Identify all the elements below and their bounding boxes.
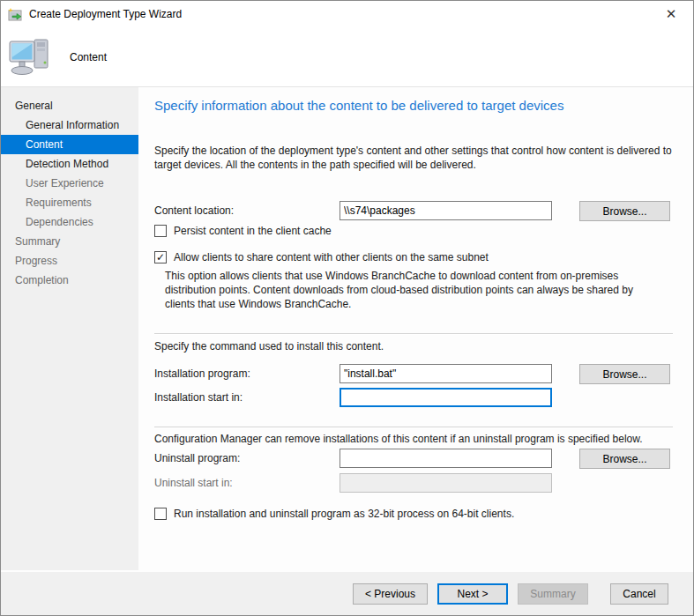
sidebar-item-content[interactable]: Content bbox=[1, 135, 138, 154]
content-location-browse-button[interactable]: Browse... bbox=[579, 201, 670, 221]
wizard-steps-sidebar: General General Information Content Dete… bbox=[1, 87, 140, 570]
wizard-footer: < Previous Next > Summary Cancel bbox=[1, 570, 693, 615]
section-divider bbox=[154, 427, 673, 428]
window-title: Create Deployment Type Wizard bbox=[29, 8, 182, 20]
close-icon[interactable]: ✕ bbox=[656, 3, 686, 26]
wizard-page-header: Content bbox=[1, 27, 693, 87]
share-content-checkbox[interactable]: ✓ bbox=[154, 251, 167, 263]
content-location-input[interactable] bbox=[340, 201, 552, 220]
sidebar-item-dependencies[interactable]: Dependencies bbox=[1, 212, 138, 232]
sidebar-item-general-information[interactable]: General Information bbox=[1, 115, 138, 135]
cancel-button[interactable]: Cancel bbox=[610, 583, 668, 605]
uninstall-caption: Configuration Manager can remove install… bbox=[154, 433, 643, 445]
uninstall-start-in-label: Uninstall start in: bbox=[154, 477, 340, 489]
install-command-caption: Specify the command used to install this… bbox=[154, 340, 384, 353]
wizard-window: Create Deployment Type Wizard ✕ Content … bbox=[0, 0, 694, 616]
uninstall-program-label: Uninstall program: bbox=[154, 452, 340, 464]
wizard-page-content: Specify information about the content to… bbox=[140, 87, 693, 570]
installation-program-label: Installation program: bbox=[154, 367, 340, 380]
summary-button: Summary bbox=[518, 583, 588, 605]
sidebar-item-detection-method[interactable]: Detection Method bbox=[1, 154, 138, 174]
uninstall-start-in-input bbox=[340, 473, 552, 493]
sidebar-item-summary[interactable]: Summary bbox=[1, 232, 138, 251]
footer-sidebar-spacer bbox=[1, 572, 140, 615]
previous-button[interactable]: < Previous bbox=[353, 583, 428, 605]
installation-program-browse-button[interactable]: Browse... bbox=[579, 364, 670, 384]
uninstall-program-browse-button[interactable]: Browse... bbox=[579, 449, 670, 469]
run-32bit-checkbox[interactable] bbox=[154, 508, 167, 520]
computer-icon bbox=[8, 34, 54, 80]
persist-content-checkbox[interactable] bbox=[154, 225, 167, 237]
sidebar-item-requirements[interactable]: Requirements bbox=[1, 193, 138, 212]
sidebar-item-progress[interactable]: Progress bbox=[1, 251, 138, 271]
uninstall-program-input[interactable] bbox=[340, 449, 552, 468]
persist-content-label: Persist content in the client cache bbox=[174, 225, 332, 237]
share-content-label: Allow clients to share content with othe… bbox=[174, 251, 489, 263]
page-heading: Specify information about the content to… bbox=[154, 98, 563, 113]
next-button[interactable]: Next > bbox=[437, 583, 508, 605]
sidebar-item-user-experience[interactable]: User Experience bbox=[1, 174, 138, 193]
content-location-label: Content location: bbox=[154, 204, 340, 217]
title-bar: Create Deployment Type Wizard ✕ bbox=[1, 1, 693, 27]
intro-text: Specify the location of the deployment t… bbox=[154, 144, 676, 172]
wizard-app-icon bbox=[8, 8, 23, 21]
sidebar-item-general[interactable]: General bbox=[1, 96, 138, 115]
installation-start-in-input[interactable] bbox=[340, 388, 552, 407]
page-title: Content bbox=[70, 51, 107, 63]
installation-start-in-label: Installation start in: bbox=[154, 391, 340, 404]
sidebar-item-completion[interactable]: Completion bbox=[1, 271, 138, 290]
section-divider bbox=[154, 333, 673, 335]
branchcache-note: This option allows clients that use Wind… bbox=[165, 269, 666, 312]
installation-program-input[interactable] bbox=[340, 364, 552, 383]
run-32bit-label: Run installation and uninstall program a… bbox=[174, 508, 514, 520]
